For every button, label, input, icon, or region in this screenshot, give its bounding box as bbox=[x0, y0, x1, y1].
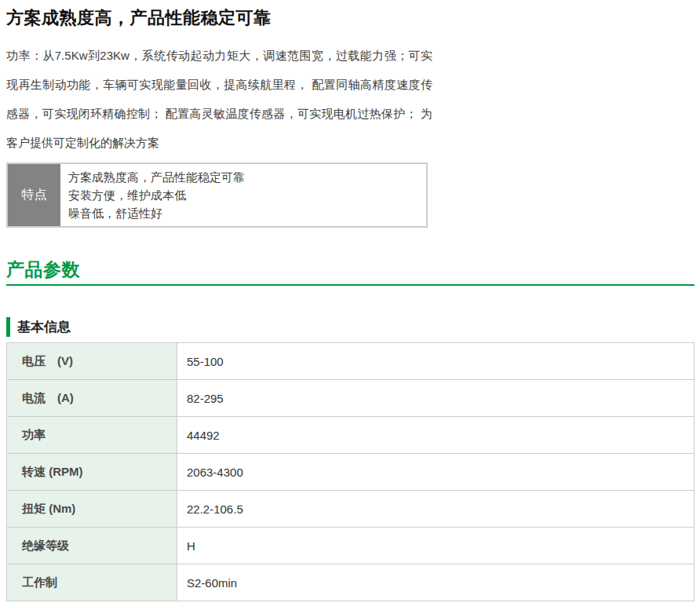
spec-value-duty-cycle: S2-60min bbox=[177, 564, 695, 601]
spec-label-torque: 扭矩 (Nm) bbox=[7, 491, 177, 528]
spec-value-speed: 2063-4300 bbox=[177, 454, 695, 491]
spec-table: 电压 (V) 55-100 电流 (A) 82-295 功率 44492 转速 … bbox=[6, 342, 695, 601]
feature-item: 安装方便，维护成本低 bbox=[68, 186, 245, 204]
spec-value-power: 44492 bbox=[177, 417, 695, 454]
table-row: 扭矩 (Nm) 22.2-106.5 bbox=[7, 491, 695, 528]
intro-paragraph: 功率：从7.5Kw到23Kw，系统传动起动力矩大，调速范围宽，过载能力强；可实现… bbox=[6, 41, 432, 157]
subsection-header: 基本信息 bbox=[6, 317, 695, 337]
spec-value-insulation-class: H bbox=[177, 528, 695, 564]
feature-item: 噪音低，舒适性好 bbox=[68, 204, 245, 222]
feature-label: 特点 bbox=[8, 164, 60, 226]
feature-content: 方案成熟度高，产品性能稳定可靠 安装方便，维护成本低 噪音低，舒适性好 bbox=[60, 164, 254, 226]
spec-label-voltage: 电压 (V) bbox=[7, 343, 177, 380]
spec-label-duty-cycle: 工作制 bbox=[7, 564, 177, 601]
spec-label-speed: 转速 (RPM) bbox=[7, 454, 177, 491]
page-title: 方案成熟度高，产品性能稳定可靠 bbox=[6, 6, 695, 30]
spec-label-power: 功率 bbox=[7, 417, 177, 454]
spec-value-voltage: 55-100 bbox=[177, 343, 695, 380]
table-row: 绝缘等级 H bbox=[7, 528, 695, 564]
green-accent-bar bbox=[6, 317, 10, 337]
spec-label-insulation-class: 绝缘等级 bbox=[7, 528, 177, 564]
table-row: 功率 44492 bbox=[7, 417, 695, 454]
product-detail-page: 方案成熟度高，产品性能稳定可靠 功率：从7.5Kw到23Kw，系统传动起动力矩大… bbox=[0, 0, 700, 601]
feature-box: 特点 方案成熟度高，产品性能稳定可靠 安装方便，维护成本低 噪音低，舒适性好 bbox=[6, 163, 428, 228]
spec-value-torque: 22.2-106.5 bbox=[177, 491, 695, 528]
table-row: 转速 (RPM) 2063-4300 bbox=[7, 454, 695, 491]
spec-value-current: 82-295 bbox=[177, 380, 695, 417]
feature-item: 方案成熟度高，产品性能稳定可靠 bbox=[68, 168, 245, 186]
subsection-title-basic-info: 基本信息 bbox=[17, 318, 71, 336]
table-row: 工作制 S2-60min bbox=[7, 564, 695, 601]
section-title-product-parameters: 产品参数 bbox=[6, 258, 695, 286]
table-row: 电流 (A) 82-295 bbox=[7, 380, 695, 417]
spec-label-current: 电流 (A) bbox=[7, 380, 177, 417]
table-row: 电压 (V) 55-100 bbox=[7, 343, 695, 380]
